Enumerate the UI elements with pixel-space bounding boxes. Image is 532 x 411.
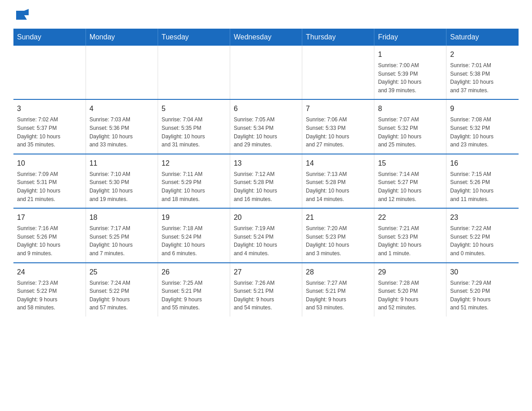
day-info: Sunrise: 7:24 AM Sunset: 5:22 PM Dayligh…: [90, 279, 154, 312]
weekday-header-thursday: Thursday: [302, 29, 374, 46]
logo: [13, 9, 29, 20]
day-info: Sunrise: 7:10 AM Sunset: 5:30 PM Dayligh…: [90, 170, 154, 203]
calendar-cell: 5Sunrise: 7:04 AM Sunset: 5:35 PM Daylig…: [158, 99, 230, 154]
calendar-header-row: SundayMondayTuesdayWednesdayThursdayFrid…: [13, 29, 519, 46]
day-info: Sunrise: 7:16 AM Sunset: 5:26 PM Dayligh…: [17, 224, 82, 257]
svg-marker-1: [24, 9, 29, 15]
day-number: 11: [90, 158, 154, 169]
calendar-cell: 11Sunrise: 7:10 AM Sunset: 5:30 PM Dayli…: [86, 154, 158, 208]
weekday-header-tuesday: Tuesday: [158, 29, 230, 46]
calendar-cell: 27Sunrise: 7:26 AM Sunset: 5:21 PM Dayli…: [230, 263, 302, 317]
day-number: 13: [234, 158, 298, 169]
day-number: 7: [306, 103, 370, 114]
day-number: 25: [90, 267, 154, 278]
calendar-cell: 13Sunrise: 7:12 AM Sunset: 5:28 PM Dayli…: [230, 154, 302, 208]
calendar-cell: 12Sunrise: 7:11 AM Sunset: 5:29 PM Dayli…: [158, 154, 230, 208]
weekday-header-monday: Monday: [86, 29, 158, 46]
day-number: 4: [90, 103, 154, 114]
calendar-cell: 16Sunrise: 7:15 AM Sunset: 5:26 PM Dayli…: [446, 154, 519, 208]
day-number: 5: [162, 103, 226, 114]
day-info: Sunrise: 7:00 AM Sunset: 5:39 PM Dayligh…: [378, 61, 442, 94]
calendar-cell: 18Sunrise: 7:17 AM Sunset: 5:25 PM Dayli…: [86, 208, 158, 262]
day-info: Sunrise: 7:05 AM Sunset: 5:34 PM Dayligh…: [234, 116, 298, 149]
logo-flag-icon: [14, 9, 29, 21]
day-info: Sunrise: 7:29 AM Sunset: 5:20 PM Dayligh…: [450, 279, 515, 312]
day-info: Sunrise: 7:07 AM Sunset: 5:32 PM Dayligh…: [378, 116, 442, 149]
day-info: Sunrise: 7:18 AM Sunset: 5:24 PM Dayligh…: [162, 224, 226, 257]
calendar-cell: 28Sunrise: 7:27 AM Sunset: 5:21 PM Dayli…: [302, 263, 374, 317]
day-info: Sunrise: 7:26 AM Sunset: 5:21 PM Dayligh…: [234, 279, 298, 312]
calendar-cell: 20Sunrise: 7:19 AM Sunset: 5:24 PM Dayli…: [230, 208, 302, 262]
day-number: 22: [378, 212, 442, 223]
calendar-week-row: 24Sunrise: 7:23 AM Sunset: 5:22 PM Dayli…: [13, 263, 519, 317]
calendar-cell: 14Sunrise: 7:13 AM Sunset: 5:28 PM Dayli…: [302, 154, 374, 208]
calendar-cell: 24Sunrise: 7:23 AM Sunset: 5:22 PM Dayli…: [13, 263, 86, 317]
calendar-cell: 25Sunrise: 7:24 AM Sunset: 5:22 PM Dayli…: [86, 263, 158, 317]
day-info: Sunrise: 7:25 AM Sunset: 5:21 PM Dayligh…: [162, 279, 226, 312]
day-info: Sunrise: 7:03 AM Sunset: 5:36 PM Dayligh…: [90, 116, 154, 149]
day-number: 3: [17, 103, 82, 114]
day-info: Sunrise: 7:08 AM Sunset: 5:32 PM Dayligh…: [450, 116, 515, 149]
day-number: 21: [306, 212, 370, 223]
day-number: 30: [450, 267, 515, 278]
day-number: 29: [378, 267, 442, 278]
day-number: 12: [162, 158, 226, 169]
day-number: 14: [306, 158, 370, 169]
day-number: 6: [234, 103, 298, 114]
calendar-cell: 30Sunrise: 7:29 AM Sunset: 5:20 PM Dayli…: [446, 263, 519, 317]
calendar-week-row: 1Sunrise: 7:00 AM Sunset: 5:39 PM Daylig…: [13, 46, 519, 99]
day-number: 1: [378, 49, 442, 60]
day-info: Sunrise: 7:11 AM Sunset: 5:29 PM Dayligh…: [162, 170, 226, 203]
page-header: [13, 9, 519, 20]
calendar-cell: 4Sunrise: 7:03 AM Sunset: 5:36 PM Daylig…: [86, 99, 158, 154]
calendar-cell: 8Sunrise: 7:07 AM Sunset: 5:32 PM Daylig…: [374, 99, 446, 154]
day-number: 16: [450, 158, 515, 169]
day-info: Sunrise: 7:15 AM Sunset: 5:26 PM Dayligh…: [450, 170, 515, 203]
calendar-week-row: 17Sunrise: 7:16 AM Sunset: 5:26 PM Dayli…: [13, 208, 519, 262]
day-number: 8: [378, 103, 442, 114]
day-info: Sunrise: 7:20 AM Sunset: 5:23 PM Dayligh…: [306, 224, 370, 257]
day-info: Sunrise: 7:22 AM Sunset: 5:22 PM Dayligh…: [450, 224, 515, 257]
day-number: 27: [234, 267, 298, 278]
day-info: Sunrise: 7:01 AM Sunset: 5:38 PM Dayligh…: [450, 61, 515, 94]
day-info: Sunrise: 7:28 AM Sunset: 5:20 PM Dayligh…: [378, 279, 442, 312]
day-number: 24: [17, 267, 82, 278]
calendar-cell: 10Sunrise: 7:09 AM Sunset: 5:31 PM Dayli…: [13, 154, 86, 208]
calendar-cell: 9Sunrise: 7:08 AM Sunset: 5:32 PM Daylig…: [446, 99, 519, 154]
calendar-cell: 21Sunrise: 7:20 AM Sunset: 5:23 PM Dayli…: [302, 208, 374, 262]
calendar-cell: 1Sunrise: 7:00 AM Sunset: 5:39 PM Daylig…: [374, 46, 446, 99]
day-info: Sunrise: 7:09 AM Sunset: 5:31 PM Dayligh…: [17, 170, 82, 203]
calendar-cell: 26Sunrise: 7:25 AM Sunset: 5:21 PM Dayli…: [158, 263, 230, 317]
weekday-header-saturday: Saturday: [446, 29, 519, 46]
calendar-cell: 17Sunrise: 7:16 AM Sunset: 5:26 PM Dayli…: [13, 208, 86, 262]
day-info: Sunrise: 7:21 AM Sunset: 5:23 PM Dayligh…: [378, 224, 442, 257]
calendar-cell: [13, 46, 86, 99]
day-number: 28: [306, 267, 370, 278]
day-number: 20: [234, 212, 298, 223]
calendar-cell: 19Sunrise: 7:18 AM Sunset: 5:24 PM Dayli…: [158, 208, 230, 262]
day-number: 19: [162, 212, 226, 223]
day-number: 2: [450, 49, 515, 60]
day-info: Sunrise: 7:23 AM Sunset: 5:22 PM Dayligh…: [17, 279, 82, 312]
calendar-cell: 7Sunrise: 7:06 AM Sunset: 5:33 PM Daylig…: [302, 99, 374, 154]
calendar-cell: 23Sunrise: 7:22 AM Sunset: 5:22 PM Dayli…: [446, 208, 519, 262]
weekday-header-wednesday: Wednesday: [230, 29, 302, 46]
weekday-header-sunday: Sunday: [13, 29, 86, 46]
day-number: 18: [90, 212, 154, 223]
calendar-table: SundayMondayTuesdayWednesdayThursdayFrid…: [13, 29, 519, 317]
day-info: Sunrise: 7:12 AM Sunset: 5:28 PM Dayligh…: [234, 170, 298, 203]
calendar-cell: [230, 46, 302, 99]
day-info: Sunrise: 7:06 AM Sunset: 5:33 PM Dayligh…: [306, 116, 370, 149]
calendar-cell: [158, 46, 230, 99]
day-info: Sunrise: 7:19 AM Sunset: 5:24 PM Dayligh…: [234, 224, 298, 257]
weekday-header-friday: Friday: [374, 29, 446, 46]
day-number: 10: [17, 158, 82, 169]
day-number: 23: [450, 212, 515, 223]
calendar-cell: 6Sunrise: 7:05 AM Sunset: 5:34 PM Daylig…: [230, 99, 302, 154]
day-info: Sunrise: 7:02 AM Sunset: 5:37 PM Dayligh…: [17, 116, 82, 149]
day-info: Sunrise: 7:13 AM Sunset: 5:28 PM Dayligh…: [306, 170, 370, 203]
calendar-cell: [302, 46, 374, 99]
day-info: Sunrise: 7:04 AM Sunset: 5:35 PM Dayligh…: [162, 116, 226, 149]
calendar-cell: 2Sunrise: 7:01 AM Sunset: 5:38 PM Daylig…: [446, 46, 519, 99]
calendar-cell: 29Sunrise: 7:28 AM Sunset: 5:20 PM Dayli…: [374, 263, 446, 317]
